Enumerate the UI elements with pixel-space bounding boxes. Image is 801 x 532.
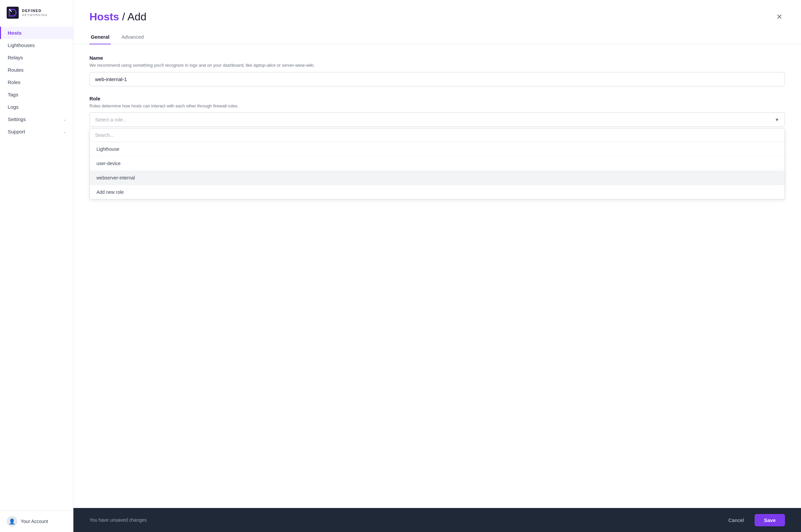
name-field-group: Name We recommend using something you'll…: [90, 55, 785, 87]
close-button[interactable]: ✕: [774, 11, 785, 23]
tab-general[interactable]: General: [90, 30, 111, 44]
form-content: Name We recommend using something you'll…: [73, 44, 801, 508]
sidebar-item-logs[interactable]: Logs: [0, 101, 73, 113]
save-button[interactable]: Save: [755, 514, 785, 526]
dropdown-arrow-icon: ▼: [775, 117, 779, 122]
dropdown-option-user-device[interactable]: user-device: [90, 156, 785, 171]
name-hint-before: We recommend using something you'll reco…: [90, 63, 253, 68]
dropdown-option-lighthouse[interactable]: Lighthouse: [90, 142, 785, 156]
svg-rect-0: [7, 7, 19, 19]
sidebar-item-hosts[interactable]: Hosts: [0, 27, 73, 39]
sidebar-item-support[interactable]: Support ⌄: [0, 126, 73, 138]
account-avatar: 👤: [7, 516, 17, 527]
logo-icon: [7, 7, 19, 19]
role-field-group: Role Roles determine how hosts can inter…: [90, 96, 785, 200]
logo: DEFINED NETWORKING: [0, 0, 73, 27]
cancel-button[interactable]: Cancel: [723, 515, 749, 526]
breadcrumb-separator: /: [119, 11, 128, 23]
account-section[interactable]: 👤 Your Account: [0, 510, 73, 532]
role-dropdown-panel: Lighthouse user-device webserver-interna…: [90, 128, 785, 200]
role-select[interactable]: Select a role... ▼: [90, 112, 785, 127]
role-select-wrapper: Select a role... ▼ Lighthouse user-devic…: [90, 112, 785, 200]
account-label: Your Account: [21, 519, 48, 524]
role-search-input[interactable]: [90, 128, 785, 142]
dropdown-add-new-role[interactable]: Add new role: [90, 185, 785, 199]
sidebar-item-tags[interactable]: Tags: [0, 89, 73, 101]
logo-sub: NETWORKING: [22, 13, 48, 17]
name-hint-mid: or: [276, 63, 282, 68]
name-hint-italic2: server-www-wiki: [282, 63, 313, 68]
footer-bar: You have unsaved changes Cancel Save: [73, 508, 801, 532]
name-input[interactable]: [90, 72, 785, 87]
breadcrumb-hosts: Hosts: [90, 11, 119, 23]
logo-brand: DEFINED: [22, 9, 48, 13]
role-hint: Roles determine how hosts can interact w…: [90, 103, 785, 109]
name-hint: We recommend using something you'll reco…: [90, 62, 785, 69]
tab-advanced[interactable]: Advanced: [120, 30, 145, 44]
sidebar-item-relays[interactable]: Relays: [0, 51, 73, 64]
sidebar: DEFINED NETWORKING Hosts Lighthouses Rel…: [0, 0, 73, 532]
support-chevron-icon: ⌄: [63, 129, 67, 134]
name-hint-italic1: laptop-alice: [253, 63, 276, 68]
role-label: Role: [90, 96, 785, 101]
page-header: Hosts / Add ✕: [73, 0, 801, 23]
tabs: General Advanced: [73, 30, 801, 44]
dropdown-option-webserver-internal[interactable]: webserver-internal: [90, 171, 785, 185]
sidebar-item-routes[interactable]: Routes: [0, 64, 73, 76]
role-select-placeholder: Select a role...: [95, 117, 127, 122]
sidebar-nav: Hosts Lighthouses Relays Routes Roles Ta: [0, 27, 73, 510]
name-hint-after: .: [313, 63, 315, 68]
main-content: Hosts / Add ✕ General Advanced Name We r…: [73, 0, 801, 532]
sidebar-item-roles[interactable]: Roles: [0, 76, 73, 89]
settings-chevron-icon: ⌄: [63, 117, 67, 122]
sidebar-item-settings[interactable]: Settings ⌄: [0, 113, 73, 126]
sidebar-item-lighthouses[interactable]: Lighthouses: [0, 39, 73, 51]
breadcrumb-action: Add: [128, 11, 147, 23]
page-title: Hosts / Add: [90, 11, 147, 23]
unsaved-changes-text: You have unsaved changes: [90, 517, 147, 522]
footer-actions: Cancel Save: [723, 514, 785, 526]
name-label: Name: [90, 55, 785, 61]
